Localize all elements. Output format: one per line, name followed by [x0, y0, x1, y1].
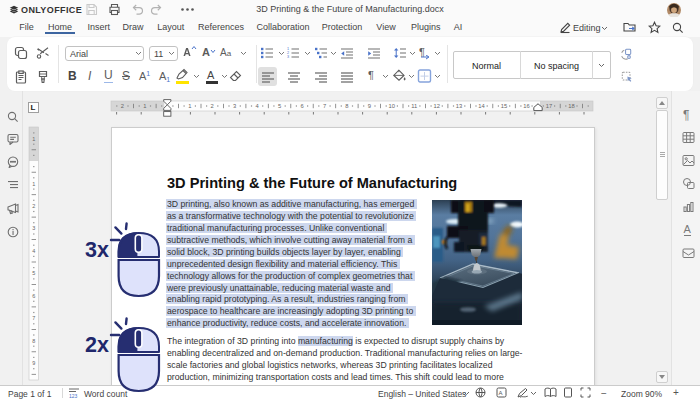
svg-text:17: 17: [546, 103, 552, 109]
svg-text:6: 6: [32, 293, 35, 299]
svg-text:12: 12: [433, 103, 439, 109]
svg-text:3: 3: [287, 55, 289, 59]
svg-text:8: 8: [345, 103, 348, 109]
svg-text:1: 1: [32, 136, 35, 142]
svg-text:2: 2: [211, 103, 214, 109]
svg-text:6: 6: [300, 103, 303, 109]
svg-text:14: 14: [478, 103, 485, 109]
svg-text:1: 1: [32, 181, 35, 187]
svg-text:8: 8: [32, 338, 35, 344]
svg-text:1: 1: [143, 103, 146, 109]
svg-text:1: 1: [188, 103, 191, 109]
svg-text:A: A: [499, 390, 503, 396]
svg-text:7: 7: [32, 315, 35, 321]
svg-text:3: 3: [32, 225, 35, 231]
svg-text:5: 5: [278, 103, 281, 109]
svg-text:16: 16: [523, 103, 529, 109]
svg-text:2: 2: [121, 103, 124, 109]
svg-text:3: 3: [233, 103, 236, 109]
svg-text:5: 5: [32, 270, 35, 276]
svg-text:10: 10: [389, 103, 395, 109]
svg-text:9: 9: [32, 360, 35, 366]
svg-text:3x: 3x: [85, 238, 109, 262]
svg-text:18: 18: [568, 103, 574, 109]
svg-text:9: 9: [368, 103, 371, 109]
svg-text:2: 2: [32, 203, 35, 209]
svg-text:4: 4: [32, 248, 35, 254]
svg-text:11: 11: [411, 103, 417, 109]
svg-text:13: 13: [456, 103, 462, 109]
svg-text:123: 123: [69, 393, 78, 399]
svg-text:7: 7: [323, 103, 326, 109]
svg-text:15: 15: [501, 103, 507, 109]
svg-text:2x: 2x: [85, 333, 109, 357]
